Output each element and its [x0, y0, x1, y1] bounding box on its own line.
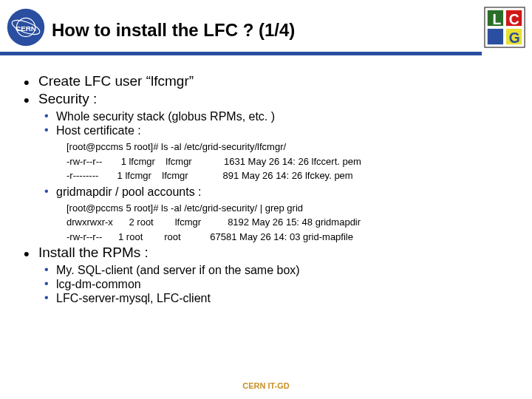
code-host-cert-2: -rw-r--r-- 1 lfcmgr lfcmgr 1631 May 26 1…: [66, 155, 510, 168]
slide-content: Create LFC user “lfcmgr” Security : Whol…: [0, 55, 532, 305]
code-host-cert-3: -r-------- 1 lfcmgr lfcmgr 891 May 26 14…: [66, 169, 510, 183]
slide-header: CERN How to install the LFC ? (1/4) L C …: [0, 0, 532, 49]
bullet-mysql-client: My. SQL-client (and server if on the sam…: [43, 264, 510, 277]
slide-footer: CERN IT-GD: [0, 381, 532, 390]
svg-rect-7: [488, 29, 503, 44]
bullet-host-cert: Host certificate :: [43, 124, 510, 137]
svg-text:CERN: CERN: [16, 24, 36, 33]
bullet-security-label: Security :: [38, 91, 97, 106]
code-grid-3: -rw-r--r-- 1 root root 67581 May 26 14: …: [66, 231, 510, 244]
bullet-lfc-server: LFC-server-mysql, LFC-client: [43, 292, 510, 305]
svg-text:L: L: [493, 12, 502, 27]
cern-logo-icon: CERN: [6, 7, 46, 47]
svg-text:G: G: [509, 30, 520, 46]
bullet-create-user: Create LFC user “lfcmgr”: [22, 73, 510, 89]
lcg-logo-icon: L C G: [483, 6, 526, 49]
code-grid-1: [root@pccms 5 root]# ls -al /etc/grid-se…: [66, 202, 510, 215]
bullet-lcg-dm-common: lcg-dm-common: [43, 278, 510, 291]
slide-title: How to install the LFC ? (1/4): [52, 14, 483, 41]
bullet-install-rpms-label: Install the RPMs :: [38, 245, 149, 260]
svg-text:C: C: [509, 12, 519, 27]
bullet-gridmapdir: gridmapdir / pool accounts :: [43, 185, 510, 199]
code-host-cert-1: [root@pccms 5 root]# ls -al /etc/grid-se…: [66, 140, 510, 154]
bullet-security: Security : Whole security stack (globus …: [22, 91, 510, 243]
bullet-install-rpms: Install the RPMs : My. SQL-client (and s…: [22, 245, 510, 305]
code-grid-2: drwxrwxr-x 2 root lfcmgr 8192 May 26 15:…: [66, 216, 510, 229]
bullet-security-stack: Whole security stack (globus RPMs, etc. …: [43, 110, 510, 123]
